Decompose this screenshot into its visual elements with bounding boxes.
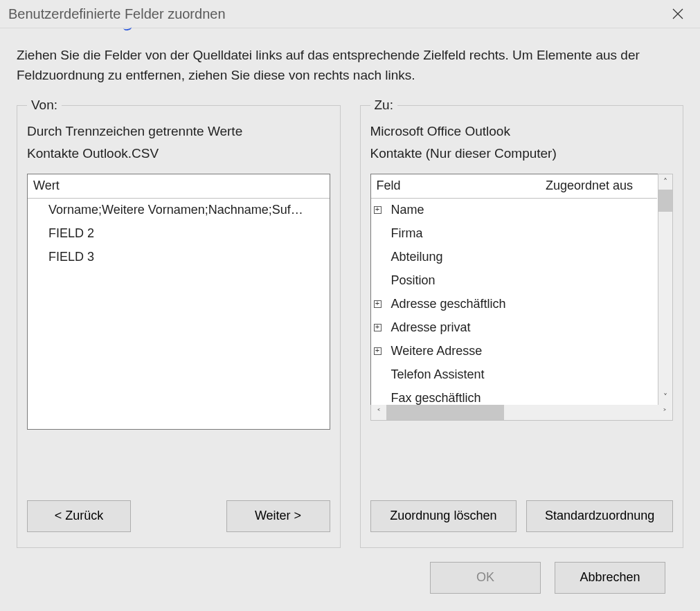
vertical-scrollbar[interactable]: ˄ ˅ [658,174,673,405]
scroll-thumb[interactable] [658,190,672,212]
instructions-text: Ziehen Sie die Felder von der Quelldatei… [17,45,683,86]
list-item[interactable]: FIELD 2 [28,222,330,246]
target-list-header: Feld Zugeordnet aus [371,174,658,199]
target-col-mapped: Zugeordnet aus [540,176,657,196]
target-col-field: Feld [371,176,540,196]
expand-icon[interactable] [374,347,382,355]
scroll-left-icon[interactable]: ˂ [371,405,386,420]
source-file: Kontakte Outlook.CSV [27,146,330,161]
horizontal-scrollbar[interactable]: ˂ ˃ [370,405,674,421]
scroll-right-icon[interactable]: ˃ [657,405,672,420]
prev-button[interactable]: < Zurück [27,500,131,532]
default-mapping-button[interactable]: Standardzuordnung [526,500,673,532]
titlebar: Benutzerdefinierte Felder zuordnen [0,0,700,28]
target-panel: Zu: Microsoft Office Outlook Kontakte (N… [360,105,684,548]
expand-icon[interactable] [374,324,382,331]
list-item[interactable]: Firma [371,222,658,246]
source-list-header: Wert [28,174,330,199]
next-button[interactable]: Weiter > [226,500,330,532]
expand-icon[interactable] [374,206,382,214]
list-item[interactable]: Telefon Assistent [371,363,658,387]
list-item[interactable]: Vorname;Weitere Vornamen;Nachname;Suf… [28,199,330,222]
list-item[interactable]: Weitere Adresse [371,340,658,363]
close-icon [672,8,683,19]
source-format: Durch Trennzeichen getrennte Werte [27,124,330,139]
close-button[interactable] [664,0,692,28]
source-legend: Von: [27,98,62,113]
clear-mapping-button[interactable]: Zuordnung löschen [370,500,517,532]
ok-button[interactable]: OK [430,562,541,594]
source-listbox[interactable]: Wert Vorname;Weitere Vornamen;Nachname;S… [27,174,330,430]
list-item[interactable]: Position [371,269,658,293]
list-item[interactable]: Adresse privat [371,316,658,340]
dialog-title: Benutzerdefinierte Felder zuordnen [8,6,664,22]
list-item[interactable]: Abteilung [371,246,658,269]
list-item[interactable]: Adresse geschäftlich [371,293,658,316]
list-item[interactable]: Fax geschäftlich [371,387,658,405]
source-panel: Von: Durch Trennzeichen getrennte Werte … [17,105,341,548]
source-col-header: Wert [28,176,330,196]
target-listbox[interactable]: Feld Zugeordnet aus Name Firma Abteilung… [370,174,674,405]
scroll-down-icon[interactable]: ˅ [658,390,672,405]
target-folder: Kontakte (Nur dieser Computer) [370,146,674,161]
expand-icon[interactable] [374,300,382,308]
target-app: Microsoft Office Outlook [370,124,674,139]
scroll-up-icon[interactable]: ˄ [658,174,672,190]
list-item[interactable]: Name [371,199,658,222]
cancel-button[interactable]: Abbrechen [555,562,665,594]
target-legend: Zu: [370,98,397,113]
scroll-thumb[interactable] [386,405,504,420]
list-item[interactable]: FIELD 3 [28,246,330,269]
